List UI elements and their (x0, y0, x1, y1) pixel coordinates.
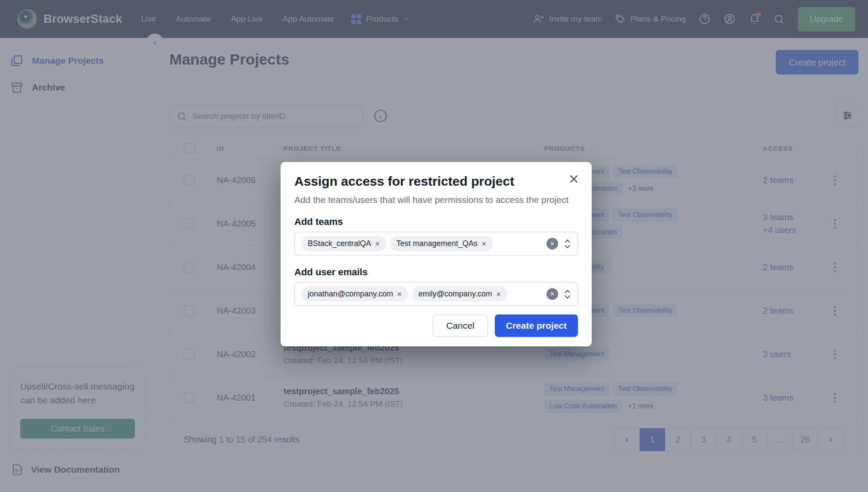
email-chip: emily@company.com✕ (412, 286, 507, 302)
team-chip: Test management_QAs✕ (390, 236, 493, 251)
team-chip-label: BStack_centralQA (308, 239, 371, 248)
team-chip: BStack_centralQA✕ (302, 236, 386, 251)
emails-multiselect[interactable]: jonathan@company.com✕emily@company.com✕ … (294, 282, 578, 306)
team-chips: BStack_centralQA✕Test management_QAs✕ (302, 236, 493, 251)
chip-remove-icon[interactable]: ✕ (481, 240, 487, 247)
email-chip-label: jonathan@company.com (308, 290, 393, 299)
modal-close-button[interactable] (568, 173, 580, 185)
modal-actions: Cancel Create project (294, 315, 578, 337)
chip-remove-icon[interactable]: ✕ (397, 291, 402, 298)
email-chip-label: emily@company.com (418, 290, 492, 299)
modal-create-project-button[interactable]: Create project (495, 315, 578, 337)
clear-teams-button[interactable]: ✕ (546, 238, 558, 249)
email-chip: jonathan@company.com✕ (302, 286, 408, 302)
chip-remove-icon[interactable]: ✕ (496, 291, 501, 298)
team-chip-label: Test management_QAs (397, 239, 478, 248)
clear-emails-button[interactable]: ✕ (546, 288, 558, 300)
cancel-button[interactable]: Cancel (433, 315, 487, 337)
add-user-emails-label: Add user emails (294, 267, 578, 278)
teams-multiselect[interactable]: BStack_centralQA✕Test management_QAs✕ ✕ (294, 232, 578, 255)
chip-remove-icon[interactable]: ✕ (375, 240, 380, 247)
assign-access-modal: Assign access for restricted project Add… (281, 162, 592, 346)
modal-title: Assign access for restricted project (294, 174, 578, 189)
select-stepper-icon[interactable] (564, 290, 571, 299)
add-teams-label: Add teams (294, 216, 578, 227)
modal-subtitle: Add the teams/users that will have permi… (294, 195, 578, 205)
email-chips: jonathan@company.com✕emily@company.com✕ (302, 286, 507, 302)
close-icon (568, 173, 580, 185)
select-stepper-icon[interactable] (564, 239, 571, 249)
